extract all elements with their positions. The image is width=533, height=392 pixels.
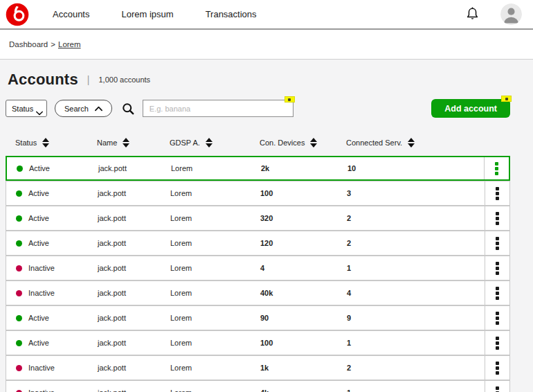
gdsp-cell: Lorem xyxy=(170,264,260,272)
gdsp-cell: Lorem xyxy=(170,289,260,297)
column-label: Status xyxy=(15,139,37,147)
table-row[interactable]: Inactive jack.pott Lorem 40k 4 xyxy=(6,280,510,305)
row-menu-kebab-icon[interactable] xyxy=(485,281,509,305)
top-bar: Accounts Lorem ipsum Transactions xyxy=(0,0,533,30)
connected-devices-cell: 100 xyxy=(260,189,347,197)
sort-icon[interactable] xyxy=(408,138,415,148)
connected-devices-cell: 1k xyxy=(260,364,347,372)
breadcrumb-separator: > xyxy=(51,40,55,48)
row-menu-kebab-icon[interactable] xyxy=(484,157,509,179)
row-menu-kebab-icon[interactable] xyxy=(485,231,509,255)
status-dot-icon xyxy=(16,190,22,197)
table-row[interactable]: Inactive jack.pott Lorem 4 1 xyxy=(6,256,510,280)
name-cell: jack.pott xyxy=(98,189,170,197)
connected-services-cell: 2 xyxy=(347,214,485,222)
table-row[interactable]: Inactive jack.pott Lorem 4k 1 xyxy=(6,380,510,392)
sort-icon[interactable] xyxy=(42,138,49,148)
name-cell: jack.pott xyxy=(98,214,170,222)
row-menu-kebab-icon[interactable] xyxy=(485,381,509,392)
main-content: Accounts | 1,000 accounts Status Search xyxy=(0,71,533,392)
table-row[interactable]: Active jack.pott Lorem 2k 10 xyxy=(6,156,510,181)
gdsp-cell: Lorem xyxy=(170,214,260,222)
notifications-bell-icon[interactable] xyxy=(465,6,480,22)
row-menu-kebab-icon[interactable] xyxy=(485,356,509,380)
row-menu-kebab-icon[interactable] xyxy=(485,206,509,230)
status-dot-icon xyxy=(17,166,23,172)
row-menu-kebab-icon[interactable] xyxy=(485,306,509,330)
status-dot-icon xyxy=(16,265,22,271)
status-text: Active xyxy=(28,239,49,247)
table-header: Status Name GDSP A. Con. Devices Connect… xyxy=(6,131,510,154)
chevron-up-icon xyxy=(95,106,102,112)
connected-services-cell: 2 xyxy=(347,364,485,372)
connected-devices-cell: 100 xyxy=(260,339,347,347)
connected-services-cell: 9 xyxy=(347,314,485,322)
nav-item-transactions[interactable]: Transactions xyxy=(206,9,257,19)
status-cell: Inactive xyxy=(6,264,98,272)
status-text: Active xyxy=(29,164,50,172)
status-cell: Active xyxy=(6,189,98,197)
connected-services-cell: 4 xyxy=(347,289,485,297)
gdsp-cell: Lorem xyxy=(170,314,260,322)
annotation-tag-icon[interactable] xyxy=(284,96,295,103)
status-dot-icon xyxy=(16,315,22,321)
status-cell: Active xyxy=(6,314,98,322)
table-row[interactable]: Active jack.pott Lorem 100 1 xyxy=(6,330,510,355)
column-header-con-devices: Con. Devices xyxy=(260,138,346,148)
column-header-connected-serv: Connected Serv. xyxy=(346,138,485,148)
table-rows: Active jack.pott Lorem 2k 10 Active jack… xyxy=(6,156,510,392)
connected-devices-cell: 40k xyxy=(260,289,347,297)
connected-services-cell: 1 xyxy=(347,389,485,392)
column-label: Name xyxy=(97,139,117,147)
nav-item-lorem-ipsum[interactable]: Lorem ipsum xyxy=(121,9,173,19)
status-dot-icon xyxy=(16,390,22,392)
connected-devices-cell: 320 xyxy=(260,214,347,222)
name-cell: jack.pott xyxy=(98,364,170,372)
connected-services-cell: 10 xyxy=(347,164,484,172)
column-header-name: Name xyxy=(97,138,170,148)
search-input-wrap xyxy=(143,100,293,117)
status-text: Active xyxy=(28,214,49,222)
name-cell: jack.pott xyxy=(98,289,170,297)
search-input[interactable] xyxy=(143,100,293,117)
user-avatar[interactable] xyxy=(500,3,522,25)
breadcrumb-current-link[interactable]: Lorem xyxy=(58,40,81,48)
search-toggle-button[interactable]: Search xyxy=(55,100,112,117)
gdsp-cell: Lorem xyxy=(170,189,260,197)
account-count: 1,000 accounts xyxy=(98,75,150,84)
row-menu-kebab-icon[interactable] xyxy=(485,331,509,355)
name-cell: jack.pott xyxy=(98,389,170,392)
sort-icon[interactable] xyxy=(206,138,213,148)
main-nav: Accounts Lorem ipsum Transactions xyxy=(53,9,257,19)
title-row: Accounts | 1,000 accounts xyxy=(8,71,510,89)
table-row[interactable]: Active jack.pott Lorem 120 2 xyxy=(6,231,510,256)
sort-icon[interactable] xyxy=(310,138,317,148)
row-menu-kebab-icon[interactable] xyxy=(485,181,509,205)
title-divider: | xyxy=(87,74,90,85)
add-account-button[interactable]: Add account xyxy=(431,99,510,118)
status-cell: Active xyxy=(6,339,98,347)
column-label: Con. Devices xyxy=(260,139,305,147)
connected-devices-cell: 90 xyxy=(260,314,347,322)
column-header-status: Status xyxy=(6,138,97,148)
row-menu-kebab-icon[interactable] xyxy=(485,256,509,280)
status-cell: Inactive xyxy=(6,289,98,297)
nav-item-accounts[interactable]: Accounts xyxy=(53,9,89,19)
table-row[interactable]: Active jack.pott Lorem 90 9 xyxy=(6,305,510,330)
search-toggle-label: Search xyxy=(64,105,89,113)
gdsp-cell: Lorem xyxy=(171,164,261,172)
vodafone-logo-icon[interactable] xyxy=(6,2,30,27)
filter-row: Status Search Add account xyxy=(6,99,510,118)
status-text: Inactive xyxy=(28,289,55,297)
annotation-tag-icon[interactable] xyxy=(501,96,512,102)
gdsp-cell: Lorem xyxy=(170,389,260,392)
table-row[interactable]: Inactive jack.pott Lorem 1k 2 xyxy=(6,355,510,380)
sort-icon[interactable] xyxy=(123,138,129,148)
breadcrumb: Dashboard > Lorem xyxy=(0,30,533,60)
table-row[interactable]: Active jack.pott Lorem 100 3 xyxy=(6,181,510,206)
status-cell: Active xyxy=(6,214,98,222)
table-row[interactable]: Active jack.pott Lorem 320 2 xyxy=(6,206,510,231)
status-filter-select[interactable]: Status xyxy=(6,100,47,117)
status-text: Active xyxy=(28,339,49,347)
connected-services-cell: 1 xyxy=(347,339,485,347)
